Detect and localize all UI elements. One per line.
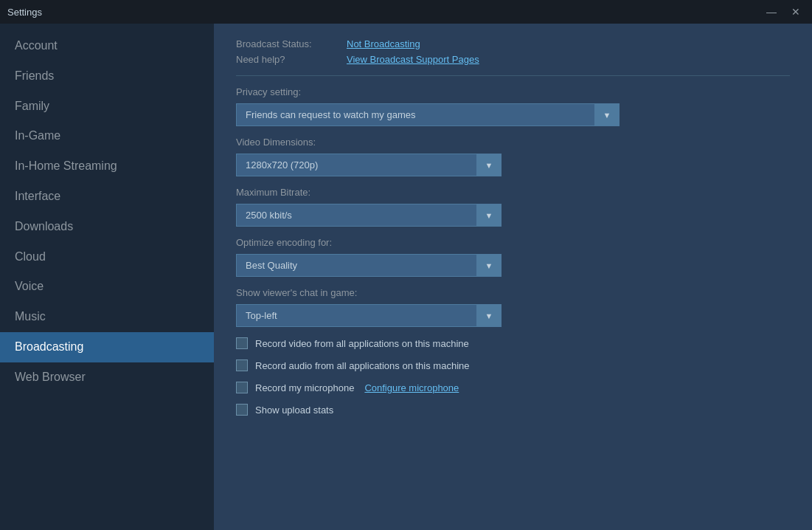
sidebar-item-voice[interactable]: Voice: [0, 272, 214, 302]
optimize-label: Optimize encoding for:: [236, 237, 790, 248]
record-audio-label: Record audio from all applications on th…: [255, 360, 470, 371]
sidebar: AccountFriendsFamilyIn-GameIn-Home Strea…: [0, 24, 214, 530]
optimize-wrapper: Best QualityFastest encodingBalanced ▼: [236, 254, 502, 277]
sidebar-item-family[interactable]: Family: [0, 92, 214, 122]
sidebar-item-interface[interactable]: Interface: [0, 182, 214, 212]
configure-mic-link[interactable]: Configure microphone: [364, 382, 459, 393]
privacy-dropdown-wrapper: Friends can request to watch my gamesAny…: [236, 103, 620, 126]
record-mic-row: Record my microphone Configure microphon…: [236, 382, 790, 393]
broadcast-status-link[interactable]: Not Broadcasting: [347, 38, 420, 49]
video-dimensions-label: Video Dimensions:: [236, 137, 790, 148]
title-bar-controls: — ✕: [762, 5, 805, 18]
content-area: AccountFriendsFamilyIn-GameIn-Home Strea…: [0, 24, 812, 530]
window-title: Settings: [7, 7, 42, 18]
record-video-row: Record video from all applications on th…: [236, 337, 790, 349]
record-mic-checkbox[interactable]: [236, 382, 248, 393]
broadcast-status-row: Broadcast Status: Not Broadcasting: [236, 38, 790, 49]
video-dimensions-dropdown[interactable]: 1280x720 (720p)1920x1080 (1080p)854x480 …: [236, 154, 502, 176]
chat-label: Show viewer's chat in game:: [236, 287, 790, 298]
privacy-dropdown[interactable]: Friends can request to watch my gamesAny…: [236, 103, 620, 126]
chat-wrapper: Top-leftTop-rightBottom-leftBottom-right…: [236, 304, 502, 327]
settings-window: Settings — ✕ AccountFriendsFamilyIn-Game…: [0, 0, 812, 530]
privacy-setting-label: Privacy setting:: [236, 86, 790, 97]
sidebar-item-downloads[interactable]: Downloads: [0, 212, 214, 242]
max-bitrate-label: Maximum Bitrate:: [236, 187, 790, 198]
title-bar: Settings — ✕: [0, 0, 812, 24]
sidebar-item-friends[interactable]: Friends: [0, 61, 214, 92]
max-bitrate-dropdown[interactable]: 2500 kbit/s5000 kbit/s1000 kbit/s500 kbi…: [236, 204, 502, 227]
upload-stats-label: Show upload stats: [255, 405, 333, 416]
need-help-label: Need help?: [236, 54, 332, 65]
chat-dropdown[interactable]: Top-leftTop-rightBottom-leftBottom-right…: [236, 304, 502, 327]
record-mic-label: Record my microphone: [255, 382, 354, 393]
record-video-checkbox[interactable]: [236, 337, 248, 349]
view-support-link[interactable]: View Broadcast Support Pages: [347, 54, 479, 65]
record-video-label: Record video from all applications on th…: [255, 338, 469, 349]
upload-stats-row: Show upload stats: [236, 404, 790, 416]
close-button[interactable]: ✕: [787, 5, 805, 18]
minimize-button[interactable]: —: [762, 5, 781, 18]
sidebar-item-web-browser[interactable]: Web Browser: [0, 362, 214, 393]
sidebar-item-cloud[interactable]: Cloud: [0, 242, 214, 272]
broadcast-status-label: Broadcast Status:: [236, 38, 332, 49]
record-audio-checkbox[interactable]: [236, 359, 248, 371]
upload-stats-checkbox[interactable]: [236, 404, 248, 416]
max-bitrate-wrapper: 2500 kbit/s5000 kbit/s1000 kbit/s500 kbi…: [236, 204, 502, 227]
sidebar-item-in-home-streaming[interactable]: In-Home Streaming: [0, 151, 214, 182]
main-panel: Broadcast Status: Not Broadcasting Need …: [214, 24, 812, 530]
sidebar-item-broadcasting[interactable]: Broadcasting: [0, 332, 214, 362]
optimize-dropdown[interactable]: Best QualityFastest encodingBalanced: [236, 254, 502, 277]
video-dimensions-wrapper: 1280x720 (720p)1920x1080 (1080p)854x480 …: [236, 154, 502, 176]
sidebar-item-in-game[interactable]: In-Game: [0, 121, 214, 151]
record-audio-row: Record audio from all applications on th…: [236, 359, 790, 371]
need-help-row: Need help? View Broadcast Support Pages: [236, 54, 790, 65]
sidebar-item-account[interactable]: Account: [0, 31, 214, 61]
divider-1: [236, 75, 790, 76]
sidebar-item-music[interactable]: Music: [0, 302, 214, 332]
